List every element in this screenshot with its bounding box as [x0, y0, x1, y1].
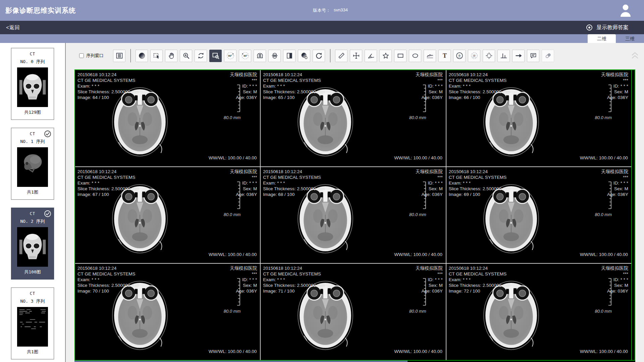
user-avatar[interactable]	[620, 4, 631, 18]
ct-viewport-cell[interactable]: 20150618 10:12:24 CT GE MEDICAL SYSTEMS …	[75, 167, 260, 263]
series-name: NO. 1 序列	[11, 139, 54, 145]
ct-axial-image	[295, 179, 356, 257]
box-locator-button[interactable]	[483, 50, 495, 62]
window-level-button[interactable]	[136, 50, 148, 62]
ct-viewport-cell[interactable]: 20150618 10:12:24 CT GE MEDICAL SYSTEMS …	[75, 264, 260, 360]
scale-ruler: 80.0 mm	[409, 278, 427, 314]
version-label: 版本号：	[313, 7, 330, 13]
region-zoom-button[interactable]	[209, 50, 222, 62]
select-tool-button[interactable]	[150, 50, 163, 62]
eraser-tool-button[interactable]	[542, 50, 554, 62]
arrow-icon	[515, 52, 523, 60]
collapse-toolbar-button[interactable]	[631, 52, 639, 60]
window-level-label: WW/WL: 100.00 / 40.00	[394, 349, 442, 354]
cell-overlay-topright: 天堰模拟医院 *** ID: * * * Sex: M Age: 036Y	[230, 265, 257, 294]
ruler-tool-button[interactable]	[335, 50, 347, 62]
series-window-checkbox[interactable]	[79, 53, 84, 58]
ct-viewport-cell[interactable]: 20150618 10:12:24 CT GE MEDICAL SYSTEMS …	[446, 264, 631, 360]
reset-icon	[315, 52, 323, 60]
rotate-cw-90-icon: 90°	[241, 51, 250, 60]
ruler-ticks-icon	[607, 84, 612, 112]
window-level-label: WW/WL: 100.00 / 40.00	[394, 155, 442, 160]
perpendicular-tool-button[interactable]	[497, 50, 510, 62]
view-mode-tabstrip: 二维 三维	[0, 34, 644, 43]
cell-overlay-topright: 天堰模拟医院 *** ID: * * * Sex: M Age: 036Y	[601, 169, 628, 197]
series-modality: CT	[11, 291, 54, 296]
series-layout-button[interactable]	[113, 50, 125, 62]
series-name: NO. 3 序列	[11, 298, 54, 304]
viewport-scrollbar[interactable]	[631, 70, 635, 360]
cell-overlay-topright: 天堰模拟医院 *** ID: * * * Sex: M Age: 036Y	[601, 265, 628, 294]
series-thumbnail	[17, 147, 48, 187]
rotate-cw-90-button[interactable]: 90°	[239, 50, 251, 62]
checkmark-icon	[44, 130, 51, 138]
flip-horizontal-button[interactable]	[254, 50, 266, 62]
series-card[interactable]: CT NO. 1 序列 共1图	[11, 128, 54, 200]
ellipse-roi-icon	[411, 52, 419, 60]
ruler-ticks-icon	[236, 181, 241, 209]
main-label-button[interactable]: 主	[453, 50, 466, 62]
invert-button[interactable]	[283, 50, 296, 62]
content: CT NO. 0 序列 共129图 CT NO. 1 序列 共1图 CT NO.…	[0, 43, 644, 362]
tab-2d[interactable]: 二维	[588, 34, 616, 43]
ruler-ticks-icon	[607, 181, 612, 209]
ct-viewport-cell[interactable]: 20150618 10:12:24 CT GE MEDICAL SYSTEMS …	[446, 167, 631, 263]
rotate-ccw-90-button[interactable]: 90°	[224, 50, 236, 62]
horizontal-scrollbar-thumb[interactable]	[74, 361, 408, 362]
secondary-label-button[interactable]: 次	[468, 50, 480, 62]
arrow-tool-button[interactable]	[512, 50, 525, 62]
comment-tool-button[interactable]	[527, 50, 539, 62]
flip-vertical-button[interactable]	[268, 50, 281, 62]
rectangle-roi-button[interactable]	[394, 50, 407, 62]
toolbar-separator	[330, 49, 330, 62]
ct-viewport-cell[interactable]: 20150618 10:12:24 CT GE MEDICAL SYSTEMS …	[75, 70, 260, 166]
ct-axial-image	[481, 276, 542, 354]
show-teacher-answer-button[interactable]: 显示教师答案	[585, 24, 629, 31]
pseudo-color-button[interactable]	[298, 50, 310, 62]
ruler-length-label: 80.0 mm	[595, 212, 612, 217]
main-label-icon: 主	[455, 51, 464, 60]
ct-viewport-cell[interactable]: 20150618 10:12:24 CT GE MEDICAL SYSTEMS …	[261, 167, 445, 263]
check-badge	[44, 130, 51, 139]
flip-horizontal-icon	[256, 52, 264, 60]
scale-ruler: 80.0 mm	[409, 84, 427, 120]
ct-axial-image	[109, 179, 170, 257]
horizontal-scrollbar[interactable]	[74, 361, 635, 362]
ct-viewport-cell[interactable]: 20150618 10:12:24 CT GE MEDICAL SYSTEMS …	[261, 70, 445, 166]
series-card[interactable]: CT NO. 3 序列 共1图	[11, 288, 54, 359]
series-card[interactable]: CT NO. 0 序列 共129图	[11, 48, 54, 120]
ct-axial-image	[295, 82, 356, 160]
rotate-button[interactable]	[195, 50, 207, 62]
ellipse-roi-button[interactable]	[409, 50, 421, 62]
star-tool-button[interactable]	[379, 50, 392, 62]
scale-ruler: 80.0 mm	[224, 84, 241, 120]
tab-3d[interactable]: 三维	[616, 34, 644, 43]
pan-tool-button[interactable]	[165, 50, 177, 62]
reset-button[interactable]	[313, 50, 325, 62]
back-button[interactable]: <返回	[6, 24, 20, 31]
ct-viewport-cell[interactable]: 20150618 10:12:24 CT GE MEDICAL SYSTEMS …	[446, 70, 631, 166]
region-zoom-icon	[212, 52, 220, 60]
cell-overlay-topright: 天堰模拟医院 *** ID: * * * Sex: M Age: 036Y	[416, 72, 443, 100]
ruler-length-label: 80.0 mm	[409, 115, 426, 120]
crosshair-tool-button[interactable]	[350, 50, 362, 62]
angle-tool-button[interactable]	[365, 50, 377, 62]
eraser-icon	[544, 52, 552, 60]
crosshair-icon	[352, 52, 360, 60]
toolbar-separator	[130, 49, 131, 62]
ct-viewport-cell[interactable]: 20150618 10:12:24 CT GE MEDICAL SYSTEMS …	[261, 264, 445, 360]
svg-text:T: T	[442, 52, 446, 59]
select-icon	[153, 52, 161, 60]
pseudo-color-icon	[300, 52, 308, 60]
series-image-count: 共100图	[11, 269, 54, 275]
comment-icon	[529, 52, 537, 60]
curve-tool-button[interactable]	[424, 50, 436, 62]
text-tool-button[interactable]: T	[438, 50, 451, 62]
curve-icon	[426, 52, 434, 60]
ruler-ticks-icon	[607, 278, 612, 306]
series-list: CT NO. 0 序列 共129图 CT NO. 1 序列 共1图 CT NO.…	[0, 48, 65, 359]
ruler-ticks-icon	[422, 84, 427, 112]
zoom-in-button[interactable]	[180, 50, 192, 62]
series-card[interactable]: CT NO. 2 序列 共100图	[11, 208, 54, 279]
ruler-length-label: 80.0 mm	[224, 212, 241, 217]
